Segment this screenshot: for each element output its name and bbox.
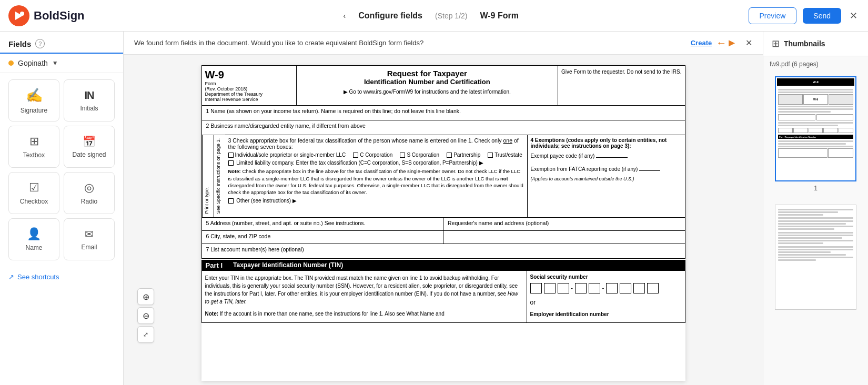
ssn-box-3[interactable] <box>558 283 569 293</box>
signature-label: Signature <box>21 107 47 114</box>
back-button[interactable]: ‹ <box>344 12 346 20</box>
email-label: Email <box>81 244 97 251</box>
w9-form-number: W-9 Form (Rev. October 2018) Department … <box>202 66 297 105</box>
zoom-controls: ⊕ ⊖ ⤢ <box>137 288 154 343</box>
w9-form-title: Request for Taxpayer Identification Numb… <box>297 66 559 105</box>
date-signed-icon: 📅 <box>83 135 96 148</box>
w9-line6-right <box>443 231 685 244</box>
ccorp-checkbox[interactable] <box>353 153 358 158</box>
mini-doc-1: W-9 W-9 <box>776 77 855 180</box>
ssn-boxes: - - <box>530 283 682 293</box>
trust-checkbox[interactable] <box>488 153 493 158</box>
fit-page-button[interactable]: ⤢ <box>137 326 154 343</box>
w9-form-header: W-9 Form (Rev. October 2018) Department … <box>201 65 685 106</box>
fields-header: Fields ? <box>0 32 123 54</box>
w9-tin-fields: Social security number - - <box>527 271 685 322</box>
date-signed-label: Date signed <box>72 151 106 158</box>
center-content: We found form fields in the document. Wo… <box>124 32 763 385</box>
ssn-box-1[interactable] <box>530 283 542 293</box>
ssn-box-6[interactable] <box>606 283 618 293</box>
signature-icon: ✍ <box>26 87 43 104</box>
name-icon: 👤 <box>27 227 41 241</box>
w9-checkbox-ccorp: C Corporation <box>353 152 392 158</box>
svg-point-1 <box>20 12 24 16</box>
w9-requester: Requester's name and address (optional) <box>443 218 685 230</box>
zoom-out-button[interactable]: ⊖ <box>137 307 154 324</box>
header-right: Preview Send ✕ <box>749 7 860 24</box>
header-center: ‹ Configure fields (Step 1/2) W-9 Form <box>122 11 740 21</box>
back-arrow-icon: ‹ <box>344 12 346 20</box>
scorp-checkbox[interactable] <box>400 153 405 158</box>
send-button[interactable]: Send <box>803 8 841 24</box>
w9-checkbox-trust: Trust/estate <box>488 152 522 158</box>
notification-arrow-icon: ←► <box>716 37 737 49</box>
thumbnails-panel-icon: ⊞ <box>772 38 780 49</box>
field-item-name[interactable]: 👤 Name <box>8 218 59 260</box>
notification-text: We found form fields in the document. Wo… <box>134 39 687 47</box>
checkbox-icon: ☑ <box>29 181 39 195</box>
thumbnail-item-2[interactable] <box>763 196 868 314</box>
logo-text: BoldSign <box>34 9 85 23</box>
w9-part1-header: Part I Taxpayer Identification Number (T… <box>201 260 685 271</box>
w9-tin-description: Enter your TIN in the appropriate box. T… <box>202 271 527 322</box>
ssn-box-9[interactable] <box>647 283 659 293</box>
fit-icon: ⤢ <box>143 331 148 338</box>
w9-form-note: Give Form to the requester. Do not send … <box>558 66 684 105</box>
w9-checkbox-indiv: Individual/sole proprietor or single-mem… <box>228 152 346 158</box>
name-label: Name <box>25 244 42 251</box>
w9-vertical-print: Print or type. <box>202 135 214 217</box>
textbox-label: Textbox <box>23 151 45 159</box>
w9-line6: 6 City, state, and ZIP code <box>202 231 444 244</box>
see-shortcuts-label: See shortcuts <box>17 273 59 281</box>
initials-icon: IN <box>85 89 94 102</box>
external-link-icon: ↗ <box>8 273 14 281</box>
field-item-textbox[interactable]: ⊞ Textbox <box>8 126 59 168</box>
w9-exemptions: 4 Exemptions (codes apply only to certai… <box>527 135 685 217</box>
indiv-checkbox[interactable] <box>228 153 234 158</box>
close-button[interactable]: ✕ <box>847 8 860 24</box>
configure-title: Configure fields <box>358 11 422 21</box>
assignee-dot <box>8 60 14 66</box>
assignee-dropdown[interactable]: Gopinath ▼ <box>0 54 123 73</box>
thumbnails-header: ⊞ Thumbnails <box>763 32 868 56</box>
pdf-pages: (6 pages) <box>792 60 819 68</box>
field-item-radio[interactable]: ◎ Radio <box>64 172 115 214</box>
w9-line5: 5 Address (number, street, and apt. or s… <box>202 218 444 230</box>
main-layout: Fields ? Gopinath ▼ ✍ Signature IN Initi… <box>0 32 868 385</box>
thumbnail-item-1[interactable]: W-9 W-9 <box>763 72 868 196</box>
zoom-in-button[interactable]: ⊕ <box>137 288 154 305</box>
w9-city-row: 6 City, state, and ZIP code <box>201 231 685 244</box>
notification-close-button[interactable]: ✕ <box>745 38 752 48</box>
field-item-date-signed[interactable]: 📅 Date signed <box>64 126 115 168</box>
see-shortcuts-link[interactable]: ↗ See shortcuts <box>0 267 123 287</box>
ssn-box-4[interactable] <box>575 283 587 293</box>
textbox-icon: ⊞ <box>29 135 39 148</box>
ssn-box-5[interactable] <box>589 283 600 293</box>
help-icon[interactable]: ? <box>35 39 45 48</box>
ssn-box-8[interactable] <box>633 283 645 293</box>
checkbox-label: Checkbox <box>20 198 48 205</box>
thumbnail-image-1: W-9 W-9 <box>775 76 856 181</box>
zoom-out-icon: ⊖ <box>143 311 149 321</box>
email-icon: ✉ <box>85 228 94 240</box>
document-area[interactable]: ⊕ ⊖ ⤢ W-9 Form (Rev. October 2018) Depar… <box>124 55 763 385</box>
field-item-checkbox[interactable]: ☑ Checkbox <box>8 172 59 214</box>
preview-button[interactable]: Preview <box>749 7 797 24</box>
ssn-box-7[interactable] <box>620 283 631 293</box>
partnership-checkbox[interactable] <box>447 153 452 158</box>
field-item-initials[interactable]: IN Initials <box>64 79 115 121</box>
zoom-in-icon: ⊕ <box>143 292 149 302</box>
header: BoldSign ‹ Configure fields (Step 1/2) W… <box>0 0 868 32</box>
thumbnail-image-2 <box>775 205 856 310</box>
w9-checkbox-partnership: Partnership <box>447 152 480 158</box>
w9-section3-content: 3 Check appropriate box for federal tax … <box>225 135 527 217</box>
left-sidebar: Fields ? Gopinath ▼ ✍ Signature IN Initi… <box>0 32 124 385</box>
logo-area: BoldSign <box>8 5 114 26</box>
thumbnail-page-num-1: 1 <box>814 185 817 192</box>
field-item-email[interactable]: ✉ Email <box>64 218 115 260</box>
ssn-box-2[interactable] <box>544 283 556 293</box>
pdf-info: fw9.pdf (6 pages) <box>763 56 868 72</box>
assignee-name: Gopinath <box>18 59 48 67</box>
notification-create-link[interactable]: Create <box>691 39 712 47</box>
field-item-signature[interactable]: ✍ Signature <box>8 79 59 121</box>
